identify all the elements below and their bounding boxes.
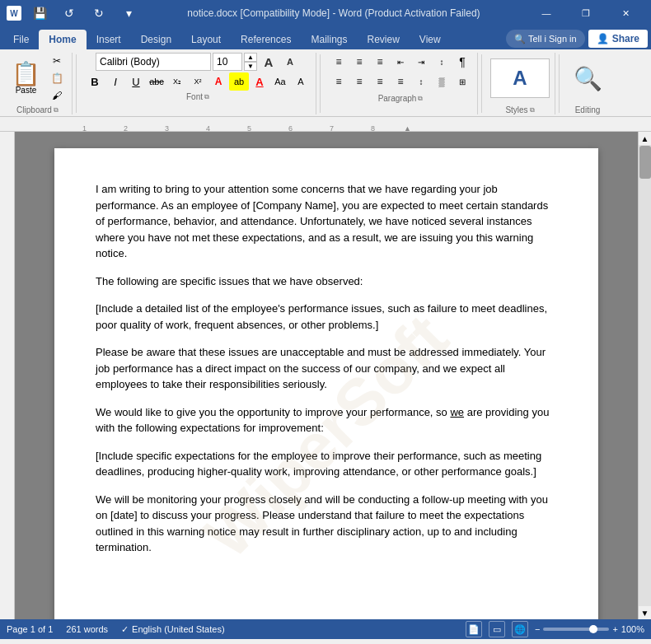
font-name-selector[interactable]: Calibri (Body): [96, 53, 211, 71]
title-bar-left: W 💾 ↺ ↻ ▾: [7, 2, 140, 25]
tab-design[interactable]: Design: [131, 30, 181, 49]
zoom-out-button[interactable]: −: [535, 624, 540, 634]
line-spacing-button[interactable]: ↕: [411, 72, 431, 91]
align-center-button[interactable]: ≡: [349, 72, 369, 91]
share-label: Share: [612, 33, 639, 44]
minimize-button[interactable]: —: [527, 0, 565, 26]
close-button[interactable]: ✕: [607, 0, 644, 26]
scroll-thumb[interactable]: [639, 146, 651, 179]
word-count: 261 words: [66, 624, 108, 634]
increase-font-size-button[interactable]: A: [259, 53, 279, 71]
tab-file[interactable]: File: [3, 30, 39, 49]
justify-button[interactable]: ≡: [391, 72, 410, 91]
font-size-increase-arrow[interactable]: ▲: [244, 53, 257, 62]
paste-icon: 📋: [12, 63, 40, 86]
paragraph-4: Please be aware that these issues are un…: [96, 344, 557, 393]
paragraph-expand-icon[interactable]: ⧉: [418, 95, 423, 103]
font-group: Calibri (Body) 10 ▲ ▼ A A B I U abc X₂ X…: [80, 53, 316, 114]
divider-4: [559, 54, 560, 113]
cut-button[interactable]: ✂: [47, 53, 67, 69]
font-size-decrease-arrow[interactable]: ▼: [244, 62, 257, 71]
tab-mailings[interactable]: Mailings: [301, 30, 357, 49]
borders-button[interactable]: ⊞: [452, 72, 472, 91]
paragraph-row1: ≡ ≡ ≡ ⇤ ⇥ ↕ ¶: [329, 53, 472, 71]
paragraph-group-label: Paragraph ⧉: [378, 94, 424, 103]
increase-indent-button[interactable]: ⇥: [411, 53, 431, 71]
ribbon-right-controls: 🔍 Tell i Sign in 👤 Share: [506, 30, 648, 49]
show-marks-button[interactable]: ¶: [452, 53, 472, 71]
strikethrough-button[interactable]: abc: [147, 72, 166, 91]
styles-content: A: [490, 53, 550, 104]
styles-expand-icon[interactable]: ⧉: [530, 106, 535, 114]
sort-button[interactable]: ↕: [432, 53, 452, 71]
window-title: notice.docx [Compatibility Mode] - Word …: [140, 7, 527, 19]
text-effect-button[interactable]: A: [208, 72, 228, 91]
scroll-down-arrow[interactable]: ▼: [639, 606, 652, 619]
clipboard-group: 📋 Paste ✂ 📋 🖌 Clipboard ⧉: [3, 53, 73, 114]
numbering-button[interactable]: ≡: [349, 53, 369, 71]
styles-preview-a: A: [513, 67, 527, 90]
clear-formatting-button[interactable]: A: [291, 72, 311, 91]
bold-button[interactable]: B: [85, 72, 105, 91]
zoom-controls: − + 100%: [535, 624, 644, 634]
scroll-track[interactable]: [639, 145, 652, 606]
tab-review[interactable]: Review: [357, 30, 409, 49]
format-painter-button[interactable]: 🖌: [47, 87, 67, 104]
restore-button[interactable]: ❐: [567, 0, 605, 26]
qat-arrow[interactable]: ▾: [117, 2, 140, 25]
font-size-selector[interactable]: 10: [213, 53, 242, 71]
copy-button[interactable]: 📋: [47, 70, 67, 86]
italic-button[interactable]: I: [105, 72, 125, 91]
tab-home[interactable]: Home: [39, 30, 86, 49]
scroll-up-arrow[interactable]: ▲: [639, 132, 652, 145]
bullets-button[interactable]: ≡: [329, 53, 349, 71]
highlight-button[interactable]: ab: [229, 72, 249, 91]
shading-button[interactable]: ▒: [432, 72, 452, 91]
redo-button[interactable]: ↻: [87, 2, 110, 25]
clipboard-expand-icon[interactable]: ⧉: [54, 106, 59, 114]
zoom-in-button[interactable]: +: [612, 624, 617, 634]
undo-button[interactable]: ↺: [58, 2, 81, 25]
title-bar: W 💾 ↺ ↻ ▾ notice.docx [Compatibility Mod…: [0, 0, 651, 26]
decrease-font-size-button[interactable]: A: [280, 53, 300, 71]
editing-button[interactable]: 🔍: [574, 65, 602, 92]
zoom-slider[interactable]: [543, 628, 609, 631]
tell-me-input[interactable]: 🔍 Tell i Sign in: [506, 30, 585, 48]
paste-button[interactable]: 📋 Paste: [8, 61, 44, 96]
subscript-button[interactable]: X₂: [167, 72, 187, 91]
styles-group-label: Styles ⧉: [505, 105, 534, 114]
zoom-thumb[interactable]: [589, 625, 597, 633]
tab-view[interactable]: View: [410, 30, 451, 49]
ruler-mark-7: 7: [330, 124, 334, 133]
align-left-button[interactable]: ≡: [329, 72, 349, 91]
multilevel-list-button[interactable]: ≡: [370, 53, 390, 71]
save-button[interactable]: 💾: [28, 2, 51, 25]
ruler-mark-5: 5: [247, 124, 251, 133]
paragraph-row2: ≡ ≡ ≡ ≡ ↕ ▒ ⊞: [329, 72, 472, 91]
check-icon: ✓: [121, 624, 129, 635]
ruler-mark-2: 2: [124, 124, 128, 133]
web-layout-button[interactable]: 🌐: [512, 621, 528, 637]
tab-references[interactable]: References: [231, 30, 301, 49]
ribbon-tabs: File Home Insert Design Layout Reference…: [0, 26, 651, 49]
superscript-button[interactable]: X²: [188, 72, 208, 91]
share-button[interactable]: 👤 Share: [588, 30, 648, 48]
underline-button[interactable]: U: [126, 72, 146, 91]
vertical-scrollbar[interactable]: ▲ ▼: [638, 132, 651, 619]
zoom-level: 100%: [621, 624, 644, 634]
tab-insert[interactable]: Insert: [87, 30, 131, 49]
font-expand-icon[interactable]: ⧉: [204, 93, 209, 101]
decrease-indent-button[interactable]: ⇤: [391, 53, 410, 71]
tab-layout[interactable]: Layout: [181, 30, 231, 49]
styles-group: A Styles ⧉: [485, 53, 555, 114]
font-color-button[interactable]: A: [250, 72, 269, 91]
share-icon: 👤: [597, 33, 609, 44]
document-text[interactable]: I am writing to bring to your attention …: [96, 181, 557, 556]
document-scroll-area[interactable]: WiperSoft I am writing to bring to your …: [15, 132, 638, 619]
print-layout-button[interactable]: ▭: [489, 621, 505, 637]
styles-gallery[interactable]: A: [490, 58, 550, 98]
change-case-button[interactable]: Aa: [270, 72, 290, 91]
read-mode-button[interactable]: 📄: [466, 621, 482, 637]
paragraph-7: We will be monitoring your progress clos…: [96, 492, 557, 556]
align-right-button[interactable]: ≡: [370, 72, 390, 91]
